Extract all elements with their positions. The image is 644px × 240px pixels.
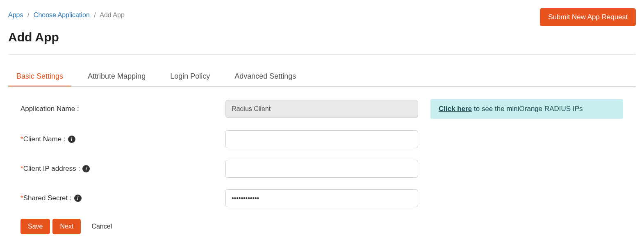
click-here-link[interactable]: Click here	[439, 105, 472, 113]
breadcrumb-sep: /	[27, 11, 29, 18]
next-button[interactable]: Next	[52, 219, 81, 234]
client-ip-input[interactable]	[225, 160, 418, 178]
tab-advanced-settings[interactable]: Advanced Settings	[226, 67, 304, 86]
info-icon[interactable]: i	[74, 195, 82, 202]
tabs: Basic Settings Attribute Mapping Login P…	[8, 67, 636, 87]
page-title: Add App	[8, 30, 636, 44]
radius-ips-info-box: Click here to see the miniOrange RADIUS …	[430, 99, 623, 119]
client-name-label: *Client Name : i	[20, 135, 225, 143]
breadcrumb-apps[interactable]: Apps	[8, 11, 23, 18]
submit-new-app-button[interactable]: Submit New App Request	[540, 8, 636, 26]
breadcrumb-current: Add App	[100, 11, 125, 18]
save-button[interactable]: Save	[20, 219, 50, 234]
application-name-input	[225, 100, 418, 118]
client-ip-label: *Client IP address : i	[20, 165, 225, 173]
cancel-button[interactable]: Cancel	[83, 219, 120, 234]
info-box-text: to see the miniOrange RADIUS IPs	[472, 105, 583, 113]
tab-basic-settings[interactable]: Basic Settings	[8, 67, 71, 86]
application-name-label: Application Name :	[20, 105, 225, 113]
divider	[8, 54, 636, 55]
info-icon[interactable]: i	[68, 136, 75, 143]
info-icon[interactable]: i	[82, 165, 90, 172]
client-name-input[interactable]	[225, 130, 418, 148]
breadcrumb-choose-application[interactable]: Choose Application	[34, 11, 90, 18]
tab-login-policy[interactable]: Login Policy	[162, 67, 218, 86]
breadcrumb-sep: /	[94, 11, 96, 18]
shared-secret-input[interactable]	[225, 189, 418, 207]
breadcrumb: Apps / Choose Application / Add App	[8, 8, 125, 22]
tab-attribute-mapping[interactable]: Attribute Mapping	[80, 67, 154, 86]
shared-secret-label: *Shared Secret : i	[20, 194, 225, 202]
